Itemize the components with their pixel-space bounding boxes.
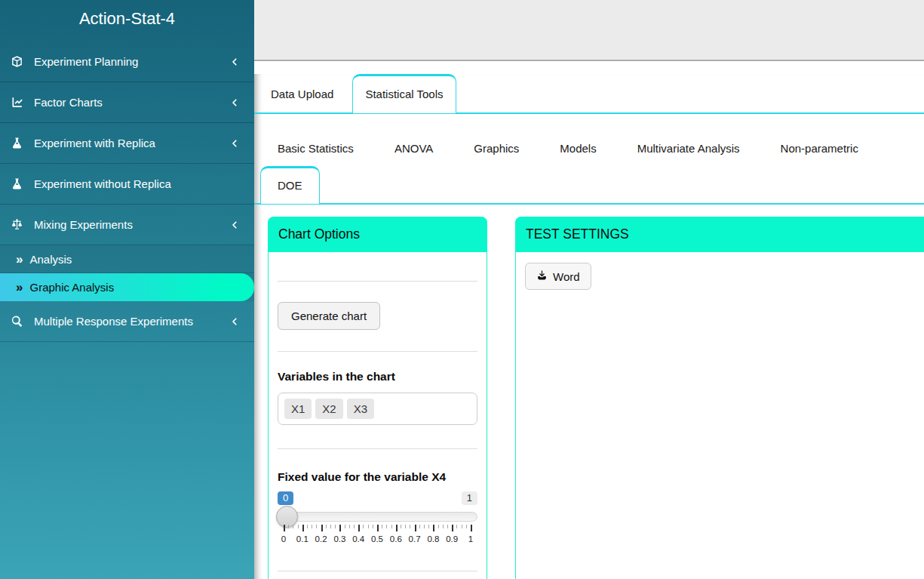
slider-tick xyxy=(307,525,308,528)
sidebar-item-label: Experiment Planning xyxy=(34,55,138,68)
slider-value-badge: 0 xyxy=(278,491,293,505)
slider-tick-label: 0 xyxy=(281,534,286,544)
top-header-bar xyxy=(254,0,924,61)
tab-multivariate-analysis[interactable]: Multivariate Analysis xyxy=(620,129,757,166)
sidebar-item-experiment-without-replica[interactable]: Experiment without Replica xyxy=(0,164,254,205)
slider-tick xyxy=(316,525,317,528)
slider-tick xyxy=(382,525,382,528)
sidebar: Action-Stat-4 Experiment PlanningFactor … xyxy=(0,0,254,579)
tab-anova[interactable]: ANOVA xyxy=(377,129,450,166)
sidebar-item-multiple-response-experiments[interactable]: Multiple Response Experiments xyxy=(0,301,254,342)
sidebar-item-graphic-analysis[interactable]: »Graphic Analysis xyxy=(0,273,254,301)
slider-tick xyxy=(471,525,472,531)
tab-statistical-tools[interactable]: Statistical Tools xyxy=(352,74,456,114)
divider xyxy=(278,351,477,352)
content-area: Data UploadStatistical Tools Basic Stati… xyxy=(254,74,924,579)
submenu-mixing-experiments: »Analysis»Graphic Analysis xyxy=(0,245,254,301)
slider-tick xyxy=(345,525,345,528)
tab-non-parametric[interactable]: Non-parametric xyxy=(763,129,876,166)
tab-basic-statistics[interactable]: Basic Statistics xyxy=(260,129,371,166)
slider-tick xyxy=(405,525,406,528)
chart-options-panel-body: Generate chart Variables in the chart X1… xyxy=(269,252,487,579)
tab-graphics[interactable]: Graphics xyxy=(456,129,536,166)
slider-tick xyxy=(339,525,341,531)
balance-scale-icon xyxy=(11,218,29,231)
slider-tick xyxy=(349,525,350,528)
tab-data-upload[interactable]: Data Upload xyxy=(258,74,346,112)
sidebar-item-label: Graphic Analysis xyxy=(29,281,114,294)
slider-tick-label: 0.4 xyxy=(352,534,364,544)
slider-tick-label: 0.2 xyxy=(315,534,327,544)
slider-tick xyxy=(330,525,331,528)
slider-tick xyxy=(415,525,416,531)
sidebar-item-experiment-with-replica[interactable]: Experiment with Replica xyxy=(0,123,254,164)
angles-right-icon: » xyxy=(16,253,23,266)
sidebar-item-label: Experiment with Replica xyxy=(34,137,155,149)
word-download-button[interactable]: Word xyxy=(525,263,591,290)
x4-slider-label: Fixed value for the variable X4 xyxy=(278,470,477,484)
slider-tick xyxy=(284,525,285,531)
variable-tag-x1[interactable]: X1 xyxy=(284,399,312,419)
slider-tick xyxy=(424,525,425,528)
chevron-left-icon xyxy=(230,98,239,107)
variable-tag-x2[interactable]: X2 xyxy=(315,399,342,419)
chevron-left-icon xyxy=(230,317,239,326)
sidebar-item-experiment-planning[interactable]: Experiment Planning xyxy=(0,42,254,82)
panels-row: Chart Options Generate chart Variables i… xyxy=(254,217,924,579)
slider-tick-label: 1 xyxy=(468,534,473,544)
slider-tick xyxy=(354,525,355,528)
tab-models[interactable]: Models xyxy=(542,129,613,166)
slider-tick xyxy=(419,525,420,528)
slider-tick xyxy=(462,525,462,528)
chart-line-icon xyxy=(11,96,29,109)
generate-chart-button[interactable]: Generate chart xyxy=(278,302,380,330)
x4-slider[interactable]: 0 1 00.10.20.30.40.50.60.70.80.91 xyxy=(278,491,477,545)
empty-output-area xyxy=(278,261,477,281)
slider-tick xyxy=(466,525,467,528)
flask-icon xyxy=(11,177,29,190)
slider-tick xyxy=(452,525,453,531)
test-settings-panel: TEST SETTINGS Word xyxy=(515,217,924,579)
main-area: Data UploadStatistical Tools Basic Stati… xyxy=(254,0,924,579)
slider-tick xyxy=(456,525,457,528)
cube-icon xyxy=(11,55,29,68)
test-settings-panel-header: TEST SETTINGS xyxy=(515,217,924,252)
slider-tick xyxy=(321,525,323,531)
search-icon xyxy=(11,315,29,328)
sidebar-item-mixing-experiments[interactable]: Mixing Experiments xyxy=(0,205,254,245)
tab-doe[interactable]: DOE xyxy=(260,166,320,205)
sidebar-item-label: Factor Charts xyxy=(34,96,103,109)
secondary-tab-bar: Basic StatisticsANOVAGraphicsModelsMulti… xyxy=(254,129,924,205)
slider-tick-label: 0.9 xyxy=(446,534,458,544)
slider-tick xyxy=(288,525,289,528)
slider-tick xyxy=(368,525,369,528)
slider-tick-labels: 00.10.20.30.40.50.60.70.80.91 xyxy=(284,534,471,545)
slider-tick-grid xyxy=(284,525,471,532)
slider-tick-label: 0.8 xyxy=(427,534,439,544)
slider-tick xyxy=(302,525,304,531)
variable-tag-x3[interactable]: X3 xyxy=(347,399,374,419)
chevron-left-icon xyxy=(230,220,239,229)
slider-tick xyxy=(386,525,387,528)
variables-select-input[interactable]: X1X2X3 xyxy=(278,393,477,425)
slider-tick xyxy=(401,525,401,528)
chart-options-panel-header: Chart Options xyxy=(268,217,487,252)
sidebar-item-analysis[interactable]: »Analysis xyxy=(0,245,254,273)
word-download-button-label: Word xyxy=(553,270,580,283)
slider-tick xyxy=(373,525,373,528)
download-icon xyxy=(536,269,548,283)
sidebar-item-label: Multiple Response Experiments xyxy=(34,315,193,328)
slider-tick xyxy=(433,525,434,531)
slider-tick xyxy=(447,525,448,528)
chevron-left-icon xyxy=(230,139,239,148)
slider-max-badge: 1 xyxy=(462,491,477,505)
slider-tick-label: 0.1 xyxy=(296,534,309,544)
divider xyxy=(278,281,477,282)
slider-tick-label: 0.3 xyxy=(333,534,345,544)
app-root: Action-Stat-4 Experiment PlanningFactor … xyxy=(0,0,924,579)
test-settings-panel-body: Word xyxy=(516,252,924,299)
slider-tick xyxy=(443,525,444,528)
slider-tick xyxy=(410,525,410,528)
slider-track[interactable] xyxy=(278,512,477,522)
sidebar-item-factor-charts[interactable]: Factor Charts xyxy=(0,82,254,123)
